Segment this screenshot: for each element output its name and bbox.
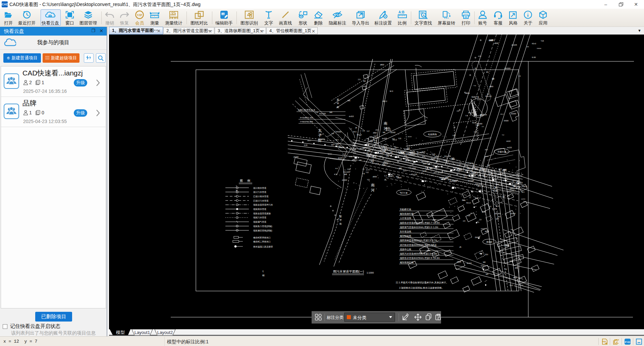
svg-text:平: 平 <box>339 219 342 221</box>
svg-text:Y15: Y15 <box>347 168 350 170</box>
svg-text:W5: W5 <box>486 273 488 275</box>
svg-text:450.2: 450.2 <box>403 170 407 172</box>
svg-text:DN300: DN300 <box>319 138 325 140</box>
svg-text:WS: WS <box>396 176 399 178</box>
svg-text:标注分类: 标注分类 <box>327 315 344 320</box>
svg-text:WS: WS <box>465 170 469 172</box>
svg-text:Y-8: Y-8 <box>515 253 517 255</box>
svg-text:A:B: A:B <box>398 10 405 14</box>
svg-text:YS: YS <box>433 166 435 167</box>
svg-text:35.6: 35.6 <box>388 161 391 163</box>
svg-text:DN300: DN300 <box>475 237 480 238</box>
svg-text:偷排式三箅雨水口: 偷排式三箅雨水口 <box>253 240 271 243</box>
svg-text:d1000: d1000 <box>342 179 347 181</box>
svg-text:J5: J5 <box>503 252 504 253</box>
svg-text:d1000: d1000 <box>293 156 299 158</box>
svg-text:4.5: 4.5 <box>410 161 413 162</box>
svg-text:偷排式双箅雨水口: 偷排式双箅雨水口 <box>253 236 271 239</box>
svg-text:d600: d600 <box>485 149 488 151</box>
svg-text:K0+120: K0+120 <box>417 152 423 154</box>
svg-text:d500: d500 <box>445 177 449 179</box>
svg-text:DN300: DN300 <box>481 228 486 230</box>
svg-text:W-3: W-3 <box>496 205 499 207</box>
svg-text:刘勘察红线: 刘勘察红线 <box>400 208 411 211</box>
svg-text:d800: d800 <box>380 64 384 66</box>
svg-text:W8: W8 <box>451 157 454 159</box>
svg-text:2.9: 2.9 <box>425 167 428 169</box>
svg-text:W5: W5 <box>379 147 382 149</box>
svg-text:6.00: 6.00 <box>304 144 307 146</box>
svg-text:W8: W8 <box>492 78 494 80</box>
svg-text:W5: W5 <box>372 162 374 164</box>
svg-text:dn225: dn225 <box>366 169 370 171</box>
svg-text:2.9: 2.9 <box>479 219 482 221</box>
svg-text:现状给水管道dn225mm,埋深2.9~14.3m: 现状给水管道dn225mm,埋深2.9~14.3m <box>400 257 440 260</box>
svg-text:dn225: dn225 <box>489 39 493 41</box>
svg-text:4.5: 4.5 <box>517 180 519 182</box>
svg-text:YS: YS <box>379 150 381 152</box>
svg-text:2.9: 2.9 <box>396 156 398 158</box>
svg-text:W8: W8 <box>390 152 392 154</box>
svg-text:Y-8: Y-8 <box>367 150 370 152</box>
svg-text:d500: d500 <box>383 165 386 166</box>
svg-text:dn110: dn110 <box>468 112 473 114</box>
svg-text:3.5: 3.5 <box>502 195 505 197</box>
svg-text:dn225: dn225 <box>431 158 435 160</box>
svg-text:450.2: 450.2 <box>382 100 387 102</box>
svg-text:6.00: 6.00 <box>423 170 426 172</box>
svg-text:d600: d600 <box>485 230 489 232</box>
svg-text:Y-8: Y-8 <box>362 168 365 170</box>
svg-text:站前广场: 站前广场 <box>471 96 479 98</box>
svg-text:Y-8: Y-8 <box>467 162 470 164</box>
svg-text:K0+0: K0+0 <box>340 147 344 149</box>
svg-text:1.2: 1.2 <box>474 131 477 133</box>
svg-text:3.5: 3.5 <box>519 75 521 77</box>
svg-text:4.5: 4.5 <box>449 175 451 177</box>
svg-text:W8: W8 <box>344 173 347 175</box>
svg-text:现状合流管道作污水: 现状合流管道作污水 <box>253 204 273 206</box>
svg-text:丬: 丬 <box>262 270 265 273</box>
svg-text:太: 太 <box>318 128 322 132</box>
svg-text:街: 街 <box>339 223 342 225</box>
svg-text:d1000: d1000 <box>469 174 474 176</box>
svg-text:35.6: 35.6 <box>485 254 488 255</box>
svg-text:Y-8: Y-8 <box>477 222 480 223</box>
svg-text:K0+120: K0+120 <box>471 172 477 173</box>
svg-text:W8: W8 <box>527 46 529 48</box>
svg-text:35.6: 35.6 <box>511 229 514 230</box>
svg-text:新: 新 <box>339 215 342 218</box>
svg-text:道路中心线: 道路中心线 <box>400 248 411 251</box>
svg-text:3.5: 3.5 <box>457 160 459 161</box>
svg-text:W5: W5 <box>488 165 490 167</box>
svg-text:35.6: 35.6 <box>335 168 338 169</box>
svg-text:W8: W8 <box>331 144 334 146</box>
svg-text:450.2: 450.2 <box>509 188 515 190</box>
svg-text:Y=503760.065: Y=503760.065 <box>300 121 313 123</box>
svg-text:2.9: 2.9 <box>385 148 388 150</box>
svg-text:J5: J5 <box>427 163 429 165</box>
svg-text:Y15: Y15 <box>335 143 338 145</box>
svg-text:1.2: 1.2 <box>367 130 369 132</box>
svg-text:6.00: 6.00 <box>477 99 480 101</box>
svg-text:W8: W8 <box>329 111 332 113</box>
svg-text:Y-8: Y-8 <box>516 187 519 189</box>
svg-text:模型: 模型 <box>116 330 125 335</box>
svg-text:WS: WS <box>483 170 485 172</box>
svg-text:图: 图 <box>240 179 243 182</box>
svg-text:现状雨水管道d800mm,埋深2.9~5.7m: 现状雨水管道d800mm,埋深2.9~5.7m <box>400 239 437 242</box>
svg-text:南: 南 <box>384 121 387 125</box>
svg-text:W-3: W-3 <box>491 170 495 172</box>
svg-text:新: 新 <box>337 98 339 101</box>
svg-text:2.9: 2.9 <box>457 110 459 112</box>
svg-text:dn110: dn110 <box>521 198 525 200</box>
svg-text:J5: J5 <box>496 190 498 192</box>
svg-text:d500: d500 <box>432 219 436 221</box>
svg-text:㠸: 㠸 <box>262 274 265 277</box>
svg-text:W5: W5 <box>477 124 479 126</box>
svg-text:dn315: dn315 <box>328 153 332 155</box>
svg-text:K0+0: K0+0 <box>393 139 397 141</box>
svg-text:Layout1: Layout1 <box>135 330 150 335</box>
svg-text:VIP: VIP <box>137 13 142 17</box>
svg-text:35.6: 35.6 <box>390 148 394 150</box>
svg-text:现状雨水管道: 现状雨水管道 <box>253 208 267 211</box>
